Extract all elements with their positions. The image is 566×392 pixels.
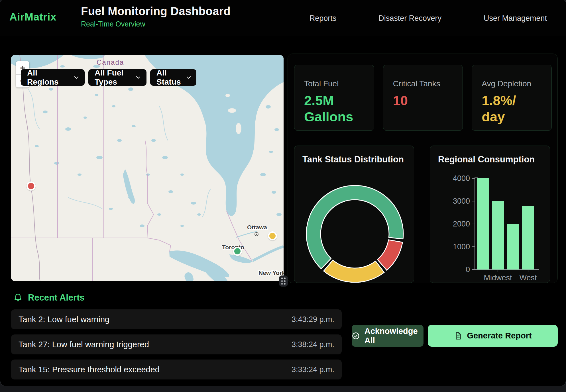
metrics-panel: Total Fuel 2.5M Gallons Critical Tanks 1… (288, 54, 558, 283)
generate-report-button[interactable]: Generate Report (428, 325, 558, 347)
stat-value: 2.5M Gallons (304, 92, 364, 125)
alert-text: Tank 27: Low fuel warning triggered (19, 340, 149, 349)
nav-item-reports[interactable]: Reports (310, 14, 337, 23)
app-window: AirMatrix Fuel Monitoring Dashboard Real… (0, 0, 566, 386)
recent-alerts-header: Recent Alerts (13, 293, 85, 303)
stat-label: Critical Tanks (393, 79, 453, 88)
map-label-country: Canada (97, 58, 124, 66)
nav-item-user-management[interactable]: User Management (484, 14, 547, 23)
brand-logo: AirMatrix (9, 11, 56, 23)
alert-row: Tank 15: Pressure threshold exceeded 3:3… (11, 360, 342, 379)
region-filter-value: All Regions (27, 68, 69, 87)
map-filters: All Regions All Fuel Types All Status (21, 69, 196, 86)
check-circle-icon (352, 331, 360, 340)
page-subtitle: Real-Time Overview (81, 20, 231, 28)
svg-text:0: 0 (466, 265, 470, 274)
map-label-newyork: New York (258, 270, 284, 276)
nav-item-disaster-recovery[interactable]: Disaster Recovery (378, 14, 441, 23)
svg-text:4000: 4000 (453, 174, 470, 183)
page-title: Fuel Monitoring Dashboard (81, 5, 231, 18)
basemap-graphic: Canada Ottawa Toronto New York (11, 55, 284, 281)
dashboard: AirMatrix Fuel Monitoring Dashboard Real… (0, 0, 566, 392)
alert-row: Tank 2: Low fuel warning 3:43:29 p.m. (11, 309, 342, 329)
stat-value: 10 (393, 92, 453, 109)
svg-text:3000: 3000 (453, 197, 470, 205)
status-filter-dropdown[interactable]: All Status (150, 69, 196, 86)
alert-timestamp: 3:33:24 p.m. (292, 365, 334, 374)
map-resize-handle-icon[interactable] (279, 275, 288, 287)
header: AirMatrix Fuel Monitoring Dashboard Real… (0, 0, 566, 36)
stat-cards: Total Fuel 2.5M Gallons Critical Tanks 1… (294, 65, 552, 131)
regional-consumption-chart-card: Regional Consumption 01000200030004000Mi… (430, 146, 550, 283)
title-block: Fuel Monitoring Dashboard Real-Time Over… (81, 5, 231, 28)
svg-text:2000: 2000 (453, 220, 470, 228)
chevron-down-icon (186, 75, 191, 79)
map-canvas[interactable]: Canada Ottawa Toronto New York + − (11, 55, 284, 281)
acknowledge-all-label: Acknowledge All (365, 326, 424, 345)
map-marker-normal[interactable] (233, 247, 242, 256)
map-marker-critical[interactable] (27, 181, 36, 191)
status-filter-value: All Status (156, 68, 181, 87)
fuel-type-filter-value: All Fuel Types (95, 68, 131, 87)
tank-status-chart-card: Tank Status Distribution (294, 146, 414, 283)
alert-timestamp: 3:43:29 p.m. (292, 315, 334, 324)
recent-alerts-title: Recent Alerts (28, 293, 85, 303)
bell-icon (13, 293, 23, 303)
region-filter-dropdown[interactable]: All Regions (21, 69, 85, 86)
chevron-down-icon (74, 75, 79, 79)
chevron-down-icon (136, 75, 141, 79)
tank-status-donut-chart (294, 146, 414, 283)
alert-text: Tank 15: Pressure threshold exceeded (19, 365, 160, 374)
alert-text: Tank 2: Low fuel warning (19, 315, 109, 324)
stat-value: 1.8%/ day (482, 92, 542, 125)
main-nav: Reports Disaster Recovery User Managemen… (310, 0, 547, 36)
map-marker-warning[interactable] (268, 231, 277, 240)
regional-consumption-bar-chart: 01000200030004000MidwestWest (430, 146, 550, 283)
stat-card-avg-depletion: Avg Depletion 1.8%/ day (472, 65, 552, 131)
svg-text:1000: 1000 (453, 242, 470, 251)
document-icon (454, 332, 462, 340)
fuel-type-filter-dropdown[interactable]: All Fuel Types (88, 69, 146, 86)
generate-report-label: Generate Report (467, 331, 532, 340)
svg-text:West: West (519, 273, 537, 282)
stat-card-total-fuel: Total Fuel 2.5M Gallons (294, 65, 374, 131)
alert-row: Tank 27: Low fuel warning triggered 3:38… (11, 334, 342, 354)
alert-timestamp: 3:38:24 p.m. (292, 340, 334, 349)
acknowledge-all-button[interactable]: Acknowledge All (352, 325, 424, 347)
map-label-ottawa: Ottawa (247, 224, 267, 230)
stat-label: Avg Depletion (482, 79, 542, 88)
stat-card-critical-tanks: Critical Tanks 10 (383, 65, 463, 131)
svg-text:Midwest: Midwest (484, 273, 512, 282)
stat-label: Total Fuel (304, 79, 364, 88)
